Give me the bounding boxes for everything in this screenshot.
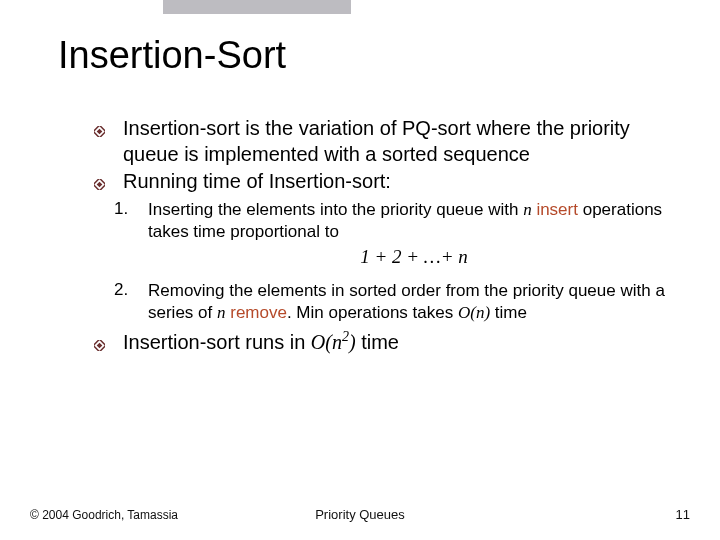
exponent: 2 <box>342 329 349 344</box>
decorative-bar <box>163 0 351 14</box>
keyword: insert <box>536 200 578 219</box>
list-item: 1. Inserting the elements into the prior… <box>114 199 680 276</box>
diamond-icon <box>94 176 105 194</box>
list-number: 1. <box>114 199 148 219</box>
paren: ( <box>325 331 332 353</box>
bullet-text: Insertion-sort is the variation of PQ-so… <box>123 116 680 167</box>
list-item: 2. Removing the elements in sorted order… <box>114 280 680 324</box>
list-text: Removing the elements in sorted order fr… <box>148 280 680 324</box>
bullet-text: Insertion-sort runs in O(n2) time <box>123 330 399 356</box>
slide-title: Insertion-Sort <box>58 34 286 77</box>
text-run: . Min <box>287 303 324 322</box>
big-o: O <box>458 303 470 322</box>
var-n: n <box>332 331 342 353</box>
page-number: 11 <box>676 507 690 522</box>
text-run: operations takes <box>324 303 458 322</box>
var-n: n <box>523 200 532 219</box>
numbered-list: 1. Inserting the elements into the prior… <box>114 199 680 324</box>
slide: Insertion-Sort Insertion-sort is the var… <box>0 0 720 540</box>
footer-title: Priority Queues <box>0 507 720 522</box>
list-text: Inserting the elements into the priority… <box>148 199 680 276</box>
bullet-text: Running time of Insertion-sort: <box>123 169 391 195</box>
bullet-item: Insertion-sort runs in O(n2) time <box>94 330 680 356</box>
paren: ) <box>349 331 356 353</box>
text-run: time <box>490 303 527 322</box>
list-number: 2. <box>114 280 148 300</box>
diamond-icon <box>94 337 105 355</box>
bullet-item: Running time of Insertion-sort: <box>94 169 680 195</box>
keyword: remove <box>230 303 287 322</box>
bullet-item: Insertion-sort is the variation of PQ-so… <box>94 116 680 167</box>
text-run: time <box>356 331 399 353</box>
text-run: Insertion-sort runs in <box>123 331 311 353</box>
slide-body: Insertion-sort is the variation of PQ-so… <box>94 116 680 357</box>
text-run: Inserting the elements into the priority… <box>148 200 523 219</box>
formula: 1 + 2 + …+ n <box>148 245 680 270</box>
big-o: O <box>311 331 325 353</box>
diamond-icon <box>94 123 105 141</box>
